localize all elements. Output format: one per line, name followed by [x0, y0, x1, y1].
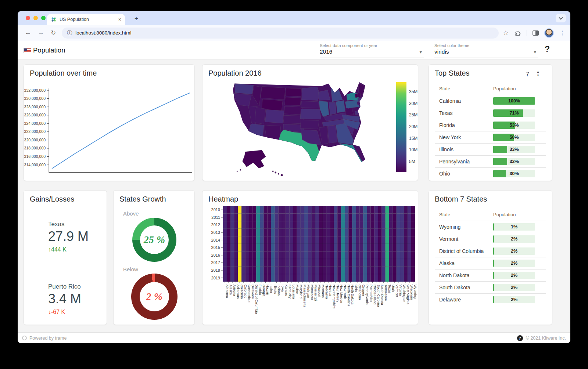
heatmap-cell — [279, 274, 282, 282]
heatmap-cell — [374, 259, 378, 267]
heatmap-cell — [367, 221, 371, 229]
top-states-count-input[interactable]: 7 — [526, 71, 529, 78]
heatmap-cell — [356, 244, 359, 252]
heatmap-cell — [315, 229, 319, 236]
heatmap-cell — [301, 236, 304, 244]
trame-favicon — [51, 17, 57, 22]
app-footer: Powered by trame ? © 2021 Kitware Inc. — [18, 332, 570, 343]
heatmap-cell — [348, 229, 352, 236]
help-badge-icon[interactable]: ? — [517, 335, 523, 341]
side-panel-icon[interactable] — [533, 30, 539, 36]
forward-button[interactable]: → — [38, 29, 44, 37]
heatmap-x-label: Minnesota — [310, 285, 314, 300]
heatmap-cell — [249, 252, 252, 259]
heatmap-x-label: Wyoming — [413, 285, 417, 299]
heatmap-cell — [382, 252, 386, 259]
heatmap-cell — [271, 267, 275, 274]
heatmap-cell — [371, 252, 374, 259]
help-button[interactable]: ? — [545, 44, 550, 54]
table-row: Illinois33% — [435, 143, 546, 155]
heatmap-cell — [374, 244, 378, 252]
heatmap-cell — [256, 259, 260, 267]
population-bar: 50% — [493, 134, 535, 141]
state-shape — [357, 101, 362, 105]
url-text[interactable]: localhost:8080/index.html — [75, 30, 131, 36]
theme-select[interactable]: Select color theme viridis ▾ — [434, 43, 538, 58]
heatmap-cell — [389, 236, 393, 244]
extensions-puzzle-icon[interactable] — [514, 29, 521, 36]
address-bar[interactable]: ⓘ localhost:8080/index.html — [62, 28, 499, 39]
heatmap-cell — [397, 267, 400, 274]
heatmap-cell — [234, 229, 238, 236]
profile-avatar[interactable] — [544, 28, 554, 38]
heatmap-cell — [245, 221, 249, 229]
tab-search-button[interactable] — [556, 14, 566, 22]
heatmap-cell — [348, 259, 352, 267]
below-percent: 2 % — [146, 291, 162, 303]
heatmap-cell — [393, 206, 397, 214]
heatmap-cell — [334, 252, 337, 259]
heatmap-cell — [256, 244, 260, 252]
heatmap-cell — [386, 267, 389, 274]
back-button[interactable]: ← — [25, 29, 31, 37]
heatmap-cell — [293, 274, 297, 282]
heatmap-cell — [312, 259, 315, 267]
heatmap-cell — [279, 206, 282, 214]
heatmap-cell — [256, 206, 260, 214]
stepper-down-icon[interactable]: ▼ — [537, 74, 539, 77]
heatmap-x-label: Montana — [321, 285, 325, 298]
heatmap-cell — [282, 244, 286, 252]
heatmap-cell — [404, 229, 408, 236]
heatmap-cell — [249, 244, 252, 252]
new-tab-button[interactable]: + — [135, 15, 138, 22]
heatmap-cell — [271, 274, 275, 282]
loss-delta: ↓-67 K — [48, 309, 81, 315]
heatmap-cell — [374, 221, 378, 229]
heatmap-x-label: North Carolina — [347, 285, 351, 307]
year-select[interactable]: Select data component or year 2016 ▾ — [320, 43, 424, 58]
gain-value: 27.9 M — [48, 229, 89, 244]
loss-value: 3.4 M — [48, 291, 81, 307]
tab-close-icon[interactable]: × — [118, 17, 121, 22]
heatmap-cell — [382, 214, 386, 221]
browser-menu-icon[interactable]: ⋮ — [559, 29, 565, 36]
heatmap-cell — [400, 229, 404, 236]
heatmap-cell — [319, 236, 323, 244]
heatmap-cell — [408, 214, 411, 221]
heatmap-cell — [263, 229, 267, 236]
minimize-window-button[interactable] — [33, 16, 38, 20]
reload-button[interactable]: ↻ — [51, 29, 56, 37]
population-percent: 2% — [493, 247, 535, 255]
bookmark-star-icon[interactable]: ☆ — [503, 29, 509, 37]
heatmap-cell — [386, 206, 389, 214]
heatmap-cell — [290, 206, 293, 214]
heatmap-cell — [326, 214, 330, 221]
heatmap-cell — [345, 252, 348, 259]
heatmap-cell — [249, 259, 252, 267]
heatmap-cell — [241, 214, 245, 221]
heatmap-x-label: South Dakota — [380, 285, 384, 305]
stepper-up-icon[interactable]: ▲ — [537, 70, 539, 74]
population-bar: 100% — [493, 97, 535, 105]
heatmap-cell — [315, 259, 319, 267]
heatmap-cell — [323, 236, 326, 244]
count-stepper[interactable]: ▲▼ — [537, 70, 539, 77]
heatmap-cell — [386, 259, 389, 267]
heatmap-x-label: West Virginia — [406, 285, 410, 305]
heatmap-cell — [352, 274, 356, 282]
heatmap-cell — [238, 274, 241, 282]
maximize-window-button[interactable] — [41, 16, 46, 20]
heatmap-cell — [304, 214, 308, 221]
heatmap-cell — [397, 221, 400, 229]
heatmap-cell — [408, 274, 411, 282]
site-info-icon[interactable]: ⓘ — [67, 30, 72, 36]
heatmap-cell — [345, 274, 348, 282]
population-bar: 1% — [493, 223, 535, 231]
heatmap-cell — [297, 236, 301, 244]
close-window-button[interactable] — [26, 16, 30, 20]
heatmap-x-label: North Dakota — [351, 285, 354, 305]
population-bar: 53% — [493, 122, 535, 129]
heatmap-cell — [393, 236, 397, 244]
browser-tab[interactable]: US Population × — [47, 14, 125, 25]
mac-window-controls[interactable] — [26, 16, 46, 20]
